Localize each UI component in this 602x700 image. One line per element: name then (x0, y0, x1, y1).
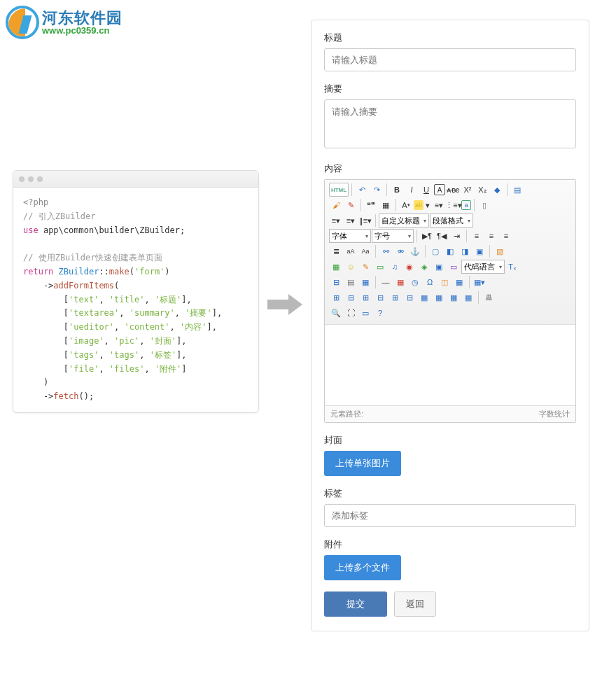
print2-icon[interactable]: 🖶 (482, 290, 496, 304)
time-icon[interactable]: ◷ (408, 275, 422, 289)
blockquote-icon[interactable]: ❝❞ (364, 198, 378, 212)
imageright-icon[interactable]: ◨ (458, 244, 472, 258)
logo-icon (6, 6, 39, 39)
horizontal-icon[interactable]: — (379, 275, 393, 289)
selectall-icon[interactable]: a (461, 200, 471, 210)
backcolor-arrow-icon[interactable]: ▾ (424, 198, 431, 212)
summary-label: 摘要 (324, 83, 576, 95)
insertimage-icon[interactable]: ▦ (329, 260, 343, 274)
bold-icon[interactable]: B (390, 183, 404, 197)
background-icon[interactable]: ▦ (358, 275, 372, 289)
rowspacingtop-icon[interactable]: ≡▾ (329, 214, 343, 227)
customstyle-select[interactable]: 自定义标题 (379, 214, 429, 227)
file-label: 附件 (324, 538, 576, 551)
underline-icon[interactable]: U (419, 183, 433, 197)
insertorderedlist-icon[interactable]: ≡▾ (432, 198, 446, 212)
rtl-icon[interactable]: ¶◀ (435, 229, 449, 243)
unlink-icon[interactable]: ⚮ (393, 244, 407, 258)
back-button[interactable]: 返回 (394, 592, 436, 617)
date-icon[interactable]: ▦ (393, 275, 407, 289)
summary-input[interactable] (324, 99, 576, 148)
forecolor-icon[interactable]: A▾ (399, 198, 413, 212)
superscript-icon[interactable]: X² (461, 183, 475, 197)
emotion-icon[interactable]: ☺ (344, 260, 358, 274)
backcolor-icon[interactable]: ab (414, 200, 424, 210)
gmap-icon[interactable]: ▣ (432, 260, 446, 274)
deleterow-icon[interactable]: ⊟ (373, 290, 387, 304)
splittocells-icon[interactable]: ▦ (461, 290, 475, 304)
strikethrough-icon[interactable]: ᴀʙc (446, 183, 460, 197)
wordimage-icon[interactable]: ▦ (452, 275, 466, 289)
justifyleft-icon[interactable]: ≡ (470, 229, 484, 243)
indent-icon[interactable]: ⇥ (449, 229, 463, 243)
webapp-icon[interactable]: Tₓ (505, 260, 519, 274)
editor-content[interactable] (325, 325, 575, 405)
justifyright-icon[interactable]: ≡ (499, 229, 513, 243)
mergedown-icon[interactable]: ▦ (447, 290, 461, 304)
insertparagraphbeforetable-icon[interactable]: ⊟ (344, 290, 358, 304)
autotypeset-icon[interactable]: ▤ (510, 183, 524, 197)
preview-icon[interactable]: ▦ (379, 198, 393, 212)
tolowercase-icon[interactable]: Aa (358, 244, 372, 258)
justifyfull-icon[interactable]: ≣ (329, 244, 343, 258)
justifycenter-icon[interactable]: ≡ (484, 229, 498, 243)
wordcount[interactable]: 字数统计 (539, 409, 570, 419)
link-icon[interactable]: ⚯ (379, 244, 393, 258)
touppercase-icon[interactable]: aA (344, 244, 358, 258)
insertframe-icon[interactable]: ▭ (447, 260, 461, 274)
traffic-light-red-icon (19, 176, 24, 182)
upload-image-button[interactable]: 上传单张图片 (324, 451, 401, 476)
source-html-button[interactable]: HTML (329, 183, 349, 197)
italic-icon[interactable]: I (405, 183, 419, 197)
scrawl-icon[interactable]: ✎ (358, 260, 372, 274)
mergecells-icon[interactable]: ▦ (417, 290, 431, 304)
mergeright-icon[interactable]: ▦ (432, 290, 446, 304)
deletetable-icon[interactable]: ⊞ (329, 290, 343, 304)
pasteplain-icon[interactable]: ✎ (344, 198, 358, 212)
code-body: <?php // 引入ZBuilder use app\common\build… (13, 188, 258, 412)
template-icon[interactable]: ▤ (344, 275, 358, 289)
removeformat-icon[interactable]: ◆ (490, 183, 504, 197)
code-window: <?php // 引入ZBuilder use app\common\build… (13, 170, 259, 413)
pagebreak-icon[interactable]: ⊟ (329, 275, 343, 289)
snapscreen-icon[interactable]: ◫ (438, 275, 451, 289)
print-icon[interactable]: ▯ (477, 198, 491, 212)
inserttable-icon[interactable]: ▦▾ (472, 275, 486, 289)
insertvideo-icon[interactable]: ▭ (373, 260, 387, 274)
insertcol-icon[interactable]: ⊞ (388, 290, 402, 304)
deletecol-icon[interactable]: ⊟ (402, 290, 416, 304)
fontsize-select[interactable]: 字号 (372, 229, 414, 243)
fontfamily-select[interactable]: 字体 (329, 229, 371, 243)
help-icon[interactable]: ? (373, 306, 387, 320)
submit-button[interactable]: 提交 (324, 592, 387, 617)
fullscreen-icon[interactable]: ⛶ (344, 306, 358, 320)
title-input[interactable] (324, 48, 576, 71)
upload-files-button[interactable]: 上传多个文件 (324, 555, 401, 580)
subscript-icon[interactable]: X₂ (475, 183, 489, 197)
anchor-icon[interactable]: ⚓ (408, 244, 422, 258)
paragraph-select[interactable]: 段落格式 (430, 214, 473, 227)
imagecenter-icon[interactable]: ▣ (472, 244, 486, 258)
lineheight-icon[interactable]: ‖≡▾ (358, 214, 372, 227)
content-label: 内容 (324, 162, 576, 175)
insertunorderedlist-icon[interactable]: ⋮≡▾ (447, 198, 461, 212)
rowspacingbottom-icon[interactable]: ≡▾ (344, 214, 358, 227)
simpleupload-icon[interactable]: ▧ (493, 244, 507, 258)
redo-icon[interactable]: ↷ (370, 183, 384, 197)
formatmatch-icon[interactable]: 🖌 (329, 198, 343, 212)
music-icon[interactable]: ♫ (388, 260, 402, 274)
insertrow-icon[interactable]: ⊞ (358, 290, 372, 304)
map-icon[interactable]: ◈ (417, 260, 431, 274)
drafts-icon[interactable]: ▭ (358, 306, 372, 320)
spechars-icon[interactable]: Ω (423, 275, 437, 289)
attachment-icon[interactable]: ◉ (402, 260, 416, 274)
imageleft-icon[interactable]: ◧ (443, 244, 457, 258)
traffic-light-yellow-icon (28, 176, 34, 182)
ltr-icon[interactable]: ▶¶ (420, 229, 434, 243)
fontborder-icon[interactable]: A (434, 184, 445, 195)
tags-input[interactable] (324, 504, 576, 527)
insertcode-select[interactable]: 代码语言 (461, 260, 505, 274)
imagenone-icon[interactable]: ▢ (428, 244, 442, 258)
searchreplace-icon[interactable]: 🔍 (329, 306, 343, 320)
undo-icon[interactable]: ↶ (355, 183, 369, 197)
